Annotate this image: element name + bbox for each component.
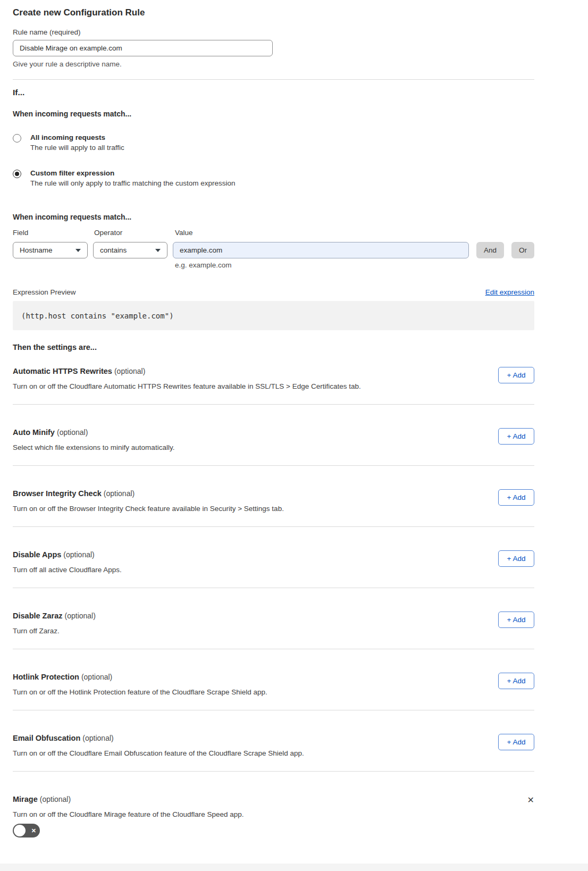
expression-builder-heading: When incoming requests match... xyxy=(13,213,534,221)
operator-select-value: contains xyxy=(100,246,127,254)
expression-preview-row: Expression Preview Edit expression xyxy=(13,288,534,296)
setting-optional-label: (optional) xyxy=(65,612,96,620)
field-select-value: Hostname xyxy=(20,246,53,254)
setting-description: Select which file extensions to minify a… xyxy=(13,443,174,451)
expression-preview-code: (http.host contains "example.com") xyxy=(21,312,174,320)
operator-label: Operator xyxy=(94,229,175,237)
or-button[interactable]: Or xyxy=(511,242,534,258)
rule-name-input[interactable] xyxy=(13,40,273,56)
rule-name-label: Rule name (required) xyxy=(13,28,534,36)
add-browser-integrity-check-button[interactable]: + Add xyxy=(498,489,534,506)
field-label: Field xyxy=(13,229,94,237)
setting-description: Turn on or off the Cloudflare Email Obfu… xyxy=(13,749,304,757)
setting-optional-label: (optional) xyxy=(40,795,71,803)
radio-button-icon[interactable] xyxy=(13,134,21,143)
settings-heading: Then the settings are... xyxy=(13,343,534,351)
setting-row-automatic-https-rewrites: Automatic HTTPS Rewrites (optional) Turn… xyxy=(13,351,534,405)
create-configuration-rule-form: Create new Configuration Rule Rule name … xyxy=(13,7,534,853)
add-hotlink-protection-button[interactable]: + Add xyxy=(498,673,534,689)
setting-row-email-obfuscation: Email Obfuscation (optional) Turn on or … xyxy=(13,710,534,772)
if-heading: If... xyxy=(13,88,534,97)
setting-row-browser-integrity-check: Browser Integrity Check (optional) Turn … xyxy=(13,466,534,527)
setting-optional-label: (optional) xyxy=(81,673,112,681)
edit-expression-link[interactable]: Edit expression xyxy=(485,288,534,296)
toggle-knob xyxy=(14,825,26,836)
mirage-toggle[interactable]: ✕ xyxy=(13,824,40,838)
radio-button-icon[interactable] xyxy=(13,170,21,178)
match-heading: When incoming requests match... xyxy=(13,110,534,118)
radio-description: The rule will only apply to traffic matc… xyxy=(30,179,235,187)
setting-optional-label: (optional) xyxy=(104,489,135,498)
setting-title-text: Disable Zaraz xyxy=(13,612,63,620)
setting-row-mirage: Mirage (optional) Turn on or off the Clo… xyxy=(13,772,534,853)
setting-title: Hotlink Protection (optional) xyxy=(13,673,267,681)
bottom-strip xyxy=(0,864,588,871)
setting-title-text: Browser Integrity Check xyxy=(13,489,102,498)
expression-builder-row: Hostname contains And Or xyxy=(13,242,534,258)
setting-title-text: Automatic HTTPS Rewrites xyxy=(13,367,112,375)
value-label: Value xyxy=(175,229,476,237)
setting-description: Turn off all active Cloudflare Apps. xyxy=(13,566,122,574)
value-input[interactable] xyxy=(173,242,469,258)
chevron-down-icon xyxy=(75,249,81,252)
setting-description: Turn on or off the Browser Integrity Che… xyxy=(13,505,284,513)
setting-title: Mirage (optional) xyxy=(13,795,244,803)
radio-all-incoming-requests[interactable]: All incoming requests The rule will appl… xyxy=(13,133,534,152)
add-auto-minify-button[interactable]: + Add xyxy=(498,428,534,445)
add-disable-zaraz-button[interactable]: + Add xyxy=(498,612,534,628)
radio-description: The rule will apply to all traffic xyxy=(30,144,124,152)
radio-custom-filter-expression[interactable]: Custom filter expression The rule will o… xyxy=(13,169,534,187)
setting-title-text: Email Obfuscation xyxy=(13,734,80,742)
setting-title: Disable Apps (optional) xyxy=(13,550,122,559)
and-button[interactable]: And xyxy=(476,242,504,258)
expression-preview-label: Expression Preview xyxy=(13,288,76,296)
setting-row-disable-apps: Disable Apps (optional) Turn off all act… xyxy=(13,527,534,588)
setting-description: Turn on or off the Cloudflare Automatic … xyxy=(13,382,361,390)
add-email-obfuscation-button[interactable]: + Add xyxy=(498,734,534,750)
setting-title-text: Hotlink Protection xyxy=(13,673,79,681)
setting-title-text: Mirage xyxy=(13,795,38,803)
setting-description: Turn on or off the Cloudflare Mirage fea… xyxy=(13,810,244,818)
expression-builder-labels: Field Operator Value xyxy=(13,229,534,237)
setting-title: Automatic HTTPS Rewrites (optional) xyxy=(13,367,361,375)
setting-title: Email Obfuscation (optional) xyxy=(13,734,304,742)
radio-label: All incoming requests xyxy=(30,133,124,141)
add-disable-apps-button[interactable]: + Add xyxy=(498,550,534,567)
toggle-off-icon: ✕ xyxy=(31,827,36,834)
rule-name-helper: Give your rule a descriptive name. xyxy=(13,60,534,68)
setting-row-auto-minify: Auto Minify (optional) Select which file… xyxy=(13,405,534,466)
setting-description: Turn on or off the Hotlink Protection fe… xyxy=(13,688,267,696)
setting-title-text: Auto Minify xyxy=(13,428,55,437)
setting-description: Turn off Zaraz. xyxy=(13,627,96,635)
value-helper: e.g. example.com xyxy=(175,261,534,269)
setting-title: Disable Zaraz (optional) xyxy=(13,612,96,620)
chevron-down-icon xyxy=(155,249,161,252)
setting-row-hotlink-protection: Hotlink Protection (optional) Turn on or… xyxy=(13,649,534,710)
divider xyxy=(13,79,534,80)
operator-select[interactable]: contains xyxy=(93,242,167,258)
close-icon[interactable]: ✕ xyxy=(527,796,534,805)
setting-optional-label: (optional) xyxy=(63,550,94,559)
setting-title-text: Disable Apps xyxy=(13,550,61,559)
expression-preview-box: (http.host contains "example.com") xyxy=(13,301,534,330)
add-automatic-https-rewrites-button[interactable]: + Add xyxy=(498,367,534,383)
page-title: Create new Configuration Rule xyxy=(13,7,534,18)
setting-title: Auto Minify (optional) xyxy=(13,428,174,437)
setting-optional-label: (optional) xyxy=(82,734,113,742)
setting-row-disable-zaraz: Disable Zaraz (optional) Turn off Zaraz.… xyxy=(13,588,534,649)
setting-optional-label: (optional) xyxy=(114,367,145,375)
radio-label: Custom filter expression xyxy=(30,169,235,177)
setting-optional-label: (optional) xyxy=(57,428,88,437)
setting-title: Browser Integrity Check (optional) xyxy=(13,489,284,498)
field-select[interactable]: Hostname xyxy=(13,242,88,258)
request-match-radio-group: All incoming requests The rule will appl… xyxy=(13,133,534,187)
